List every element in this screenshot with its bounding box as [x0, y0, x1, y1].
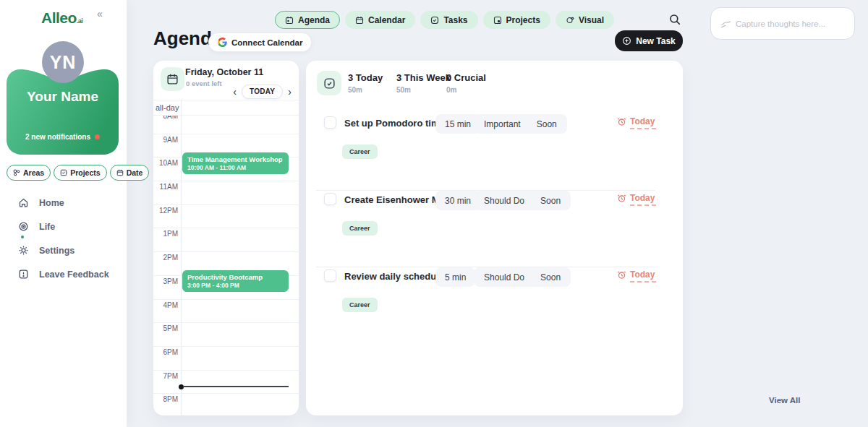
sidebar-menu: Home Life Settings Leave Feedback — [0, 191, 127, 286]
day-calendar-panel: Friday, October 11 0 event left ‹ TODAY … — [153, 61, 299, 415]
checkbox-check-icon — [323, 77, 336, 90]
hour-row[interactable]: 1PM — [153, 228, 299, 251]
hour-label: 6PM — [153, 348, 178, 356]
view-tabs: Agenda Calendar Tasks Projects Visual — [275, 11, 614, 29]
task-due-label: Today — [630, 269, 655, 280]
calendar-event[interactable]: Time Management Workshop 10:00 AM - 11:0… — [182, 152, 289, 175]
view-all-link[interactable]: View All — [769, 396, 800, 405]
sidebar-collapse-icon[interactable]: « — [97, 8, 103, 20]
tab-calendar[interactable]: Calendar — [345, 11, 415, 29]
hour-row[interactable]: 8AM — [153, 116, 299, 134]
new-task-button[interactable]: New Task — [615, 30, 683, 51]
tab-visual[interactable]: Visual — [556, 11, 614, 29]
event-time: 10:00 AM - 11:00 AM — [187, 164, 284, 173]
task-title[interactable]: Set up Pomodoro timer — [344, 118, 448, 129]
due-underline — [630, 281, 656, 282]
summary-crucial-label: 0 Crucial — [446, 72, 486, 83]
filter-areas-button[interactable]: Areas — [7, 165, 51, 181]
summary-this-week-duration: 50m — [396, 86, 451, 94]
task-due-badge[interactable]: Today — [617, 269, 655, 280]
user-name: Your Name — [7, 89, 119, 105]
hour-row[interactable]: 7PM — [153, 370, 299, 394]
task-priority-pill[interactable]: Should Do Soon — [474, 191, 571, 210]
task-due-label: Today — [630, 116, 655, 126]
next-day-icon[interactable]: › — [288, 87, 292, 97]
prev-day-icon[interactable]: ‹ — [233, 87, 237, 97]
hour-row[interactable]: 11AM — [153, 181, 299, 204]
summary-crucial: 0 Crucial 0m — [446, 72, 486, 94]
task-tag[interactable]: Career — [342, 298, 378, 312]
visual-mindmap-icon — [566, 16, 574, 25]
scribble-pen-icon — [720, 20, 731, 29]
task-title[interactable]: Review daily schedule — [344, 271, 444, 282]
filter-date-button[interactable]: Date — [110, 165, 150, 181]
connect-calendar-button[interactable]: Connect Calendar — [208, 33, 312, 52]
notifications-text: 2 new notifications — [25, 133, 90, 141]
summary-today-duration: 50m — [348, 86, 383, 94]
hour-row[interactable]: 5PM — [153, 322, 299, 346]
hour-row[interactable]: 6PM — [153, 346, 299, 370]
date-icon — [116, 169, 124, 176]
sidebar-item-settings[interactable]: Settings — [0, 238, 127, 262]
plus-circle-icon — [622, 36, 631, 46]
all-day-label: all-day — [156, 103, 179, 112]
tab-agenda-label: Agenda — [298, 15, 330, 25]
today-button[interactable]: TODAY — [242, 85, 283, 99]
task-tag[interactable]: Career — [342, 221, 378, 236]
tasks-check-icon — [430, 16, 439, 25]
sidebar: Alleo.ai « YN Your Name 2 new notificati… — [0, 0, 127, 427]
calendar-panel-icon-square — [161, 67, 184, 91]
alarm-clock-icon — [617, 194, 626, 203]
hour-label: 8AM — [153, 116, 178, 120]
task-checkbox[interactable] — [324, 116, 336, 129]
new-task-label: New Task — [636, 36, 675, 46]
time-grid[interactable]: 8AM 9AM 10AM 11AM 12PM 1PM 2PM 3PM 4PM 5… — [153, 116, 299, 415]
task-checkbox[interactable] — [324, 269, 336, 282]
search-icon — [668, 13, 681, 26]
current-time-line — [183, 386, 289, 387]
hour-row[interactable]: 12PM — [153, 204, 299, 228]
task-tag[interactable]: Career — [342, 145, 378, 159]
hour-label: 10AM — [153, 159, 178, 167]
home-icon — [18, 197, 29, 208]
sidebar-item-home[interactable]: Home — [0, 191, 127, 215]
task-priority-pill[interactable]: Important Soon — [474, 114, 567, 134]
hour-label: 3PM — [153, 277, 178, 285]
task-due-badge[interactable]: Today — [617, 116, 655, 126]
sidebar-item-leave-feedback[interactable]: Leave Feedback — [0, 262, 127, 286]
calendar-date-title: Friday, October 11 — [185, 67, 263, 77]
task-due-badge[interactable]: Today — [617, 193, 655, 203]
task-urgency-label: Soon — [540, 196, 561, 206]
google-logo-icon — [218, 38, 227, 47]
app-window: Alleo.ai « YN Your Name 2 new notificati… — [0, 0, 868, 427]
connect-calendar-label: Connect Calendar — [231, 38, 302, 47]
calendar-event[interactable]: Productivity Bootcamp 3:00 PM - 4:00 PM — [182, 270, 289, 293]
task-priority-pill[interactable]: Should Do Soon — [474, 267, 571, 287]
event-title: Productivity Bootcamp — [187, 273, 284, 282]
hour-row[interactable]: 4PM — [153, 299, 299, 323]
tasks-panel: 3 Today 50m 3 This Week 50m 0 Crucial 0m… — [306, 61, 683, 415]
summary-crucial-duration: 0m — [446, 86, 486, 94]
tab-tasks[interactable]: Tasks — [420, 11, 477, 29]
all-day-row[interactable]: all-day — [153, 100, 299, 116]
tab-projects[interactable]: Projects — [483, 11, 550, 29]
task-checkbox[interactable] — [324, 193, 336, 205]
tab-agenda[interactable]: Agenda — [275, 11, 340, 29]
sidebar-item-home-label: Home — [39, 198, 64, 208]
capture-thoughts-input[interactable] — [736, 8, 851, 39]
tab-visual-label: Visual — [579, 15, 604, 25]
sidebar-filters: Areas Projects Date — [7, 165, 119, 181]
task-duration-pill[interactable]: 5 min — [435, 267, 475, 287]
hour-row[interactable]: 8PM — [153, 393, 299, 415]
filter-areas-label: Areas — [23, 168, 44, 177]
hour-label: 9AM — [153, 136, 178, 144]
search-button[interactable] — [668, 13, 681, 26]
notifications-link[interactable]: 2 new notifications — [7, 133, 119, 141]
task-row: Create Eisenhower Matrix 30 min Should D… — [306, 191, 683, 267]
avatar[interactable]: YN — [42, 41, 84, 83]
life-target-icon — [18, 221, 29, 232]
sidebar-item-life[interactable]: Life — [0, 215, 127, 238]
events-left-text: 0 event left — [186, 79, 222, 87]
filter-projects-button[interactable]: Projects — [54, 165, 106, 181]
tab-calendar-label: Calendar — [368, 15, 405, 25]
